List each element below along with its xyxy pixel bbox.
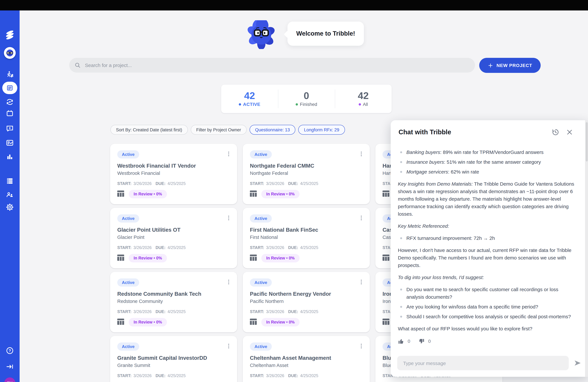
active-nav-pill — [2, 82, 17, 94]
sidebar-mascot-avatar[interactable] — [4, 47, 16, 59]
tribble-logo-icon[interactable] — [5, 30, 15, 40]
new-project-button[interactable]: NEW PROJECT — [479, 58, 541, 73]
project-card[interactable]: ActiveGlacier Point Utilities OTGlacier … — [110, 208, 237, 268]
chat-bullet-item: Do you want me to search for specific cu… — [398, 286, 576, 301]
project-card-footer: In Review • 0% — [250, 254, 363, 262]
filter-chip[interactable]: Longform RFx: 29 — [298, 125, 345, 135]
kebab-menu-button[interactable] — [358, 150, 365, 159]
start-label: START: — [250, 245, 264, 250]
kebab-icon — [226, 279, 231, 285]
project-card[interactable]: ActiveRedstone Community Bank TechRedsto… — [110, 272, 237, 332]
help-icon: ? — [5, 346, 14, 355]
chat-message-input[interactable] — [397, 356, 569, 370]
table-icon — [382, 255, 389, 262]
status-badge: Active — [250, 150, 272, 158]
tribble-mascot — [248, 20, 275, 49]
chat-scrollbar[interactable] — [585, 120, 588, 377]
project-dates: START:3/26/2026DUE:4/25/2025 — [250, 181, 363, 186]
project-dates: START:3/26/2026DUE:4/25/2025 — [117, 245, 230, 250]
sidebar-item-sync[interactable] — [5, 98, 14, 106]
project-title: First National Bank FinSec — [250, 227, 363, 233]
start-label: START: — [250, 374, 264, 378]
stat-segment-active[interactable]: 42ACTIVE — [221, 85, 278, 113]
project-card[interactable]: ActiveFirst National Bank FinSecFirst Na… — [243, 208, 370, 268]
chat-history-button[interactable] — [552, 128, 559, 136]
svg-text:?: ? — [9, 348, 11, 353]
project-dates: START:3/26/2026DUE:4/25/2025 — [250, 374, 363, 378]
project-title: Cheltenham Asset Management — [250, 355, 363, 361]
filter-chip[interactable]: Questionnaire: 13 — [250, 125, 295, 135]
progress-badge: In Review • 0% — [129, 318, 167, 326]
due-date: 4/25/2025 — [168, 181, 186, 186]
project-dates: START:3/26/2026DUE:4/25/2025 — [117, 181, 230, 186]
kebab-menu-button[interactable] — [358, 342, 365, 351]
sidebar-item-analytics[interactable] — [6, 153, 14, 161]
project-card[interactable]: ActivePacific Northern Energy VendorPaci… — [243, 272, 370, 332]
sidebar-item-onboarding[interactable] — [5, 71, 14, 79]
sidebar-item-chat[interactable] — [5, 124, 14, 133]
chat-paragraph: Key Metric Referenced: — [398, 222, 576, 230]
filter-row: Sort By: Created Date (latest first)Filt… — [110, 125, 345, 135]
thumbs-up-button[interactable] — [398, 338, 404, 344]
filter-chip[interactable]: Sort By: Created Date (latest first) — [110, 125, 188, 135]
chat-panel: Chat with Tribble Banking buyers: 89% wi… — [391, 120, 588, 377]
thumbs-down-button[interactable] — [419, 338, 425, 344]
thumbs-down-count: 0 — [428, 338, 431, 345]
chat-sparkle-icon — [5, 124, 14, 133]
stat-dot-icon — [239, 103, 241, 106]
progress-badge: In Review • 0% — [261, 254, 299, 262]
sidebar-user-avatar[interactable]: TK — [4, 377, 15, 382]
stat-segment-all[interactable]: 42All — [335, 85, 392, 113]
sidebar-item-settings[interactable] — [6, 203, 14, 211]
calendar-icon — [6, 109, 14, 117]
chat-close-button[interactable] — [566, 129, 573, 136]
sidebar-item-calendar[interactable] — [6, 109, 14, 117]
project-card[interactable]: ActiveNorthgate Federal CMMCNorthgate Fe… — [243, 144, 370, 204]
project-subtitle: Redstone Community — [117, 299, 230, 304]
kebab-menu-button[interactable] — [358, 214, 365, 223]
chat-input-row — [397, 356, 582, 370]
project-subtitle: Cheltenham Asset — [250, 363, 363, 368]
sidebar-item-users[interactable] — [5, 191, 14, 199]
project-card[interactable]: ActiveGranite Summit Capital InvestorDDG… — [110, 336, 237, 382]
stat-label: Finished — [296, 102, 317, 107]
scrollbar-thumb[interactable] — [586, 122, 588, 161]
status-badge: Active — [250, 278, 272, 287]
new-project-label: NEW PROJECT — [497, 63, 532, 68]
stat-label: All — [358, 102, 368, 107]
stat-dot-icon — [296, 103, 298, 106]
sidebar: ? TK — [0, 10, 20, 382]
project-card[interactable]: ActiveWestbrook Financial IT VendorWestb… — [110, 144, 237, 204]
sidebar-item-collapse[interactable] — [6, 362, 14, 371]
kebab-menu-button[interactable] — [225, 342, 232, 351]
sidebar-item-projects-active[interactable] — [2, 82, 17, 94]
send-button[interactable] — [574, 359, 582, 367]
top-bar — [0, 0, 588, 10]
start-date: 3/26/2026 — [266, 245, 284, 250]
kebab-menu-button[interactable] — [358, 278, 365, 287]
stat-segment-finished[interactable]: 0Finished — [278, 85, 335, 113]
sidebar-item-review[interactable] — [5, 139, 14, 147]
projects-list-icon — [6, 84, 13, 91]
start-label: START: — [117, 245, 131, 250]
kebab-menu-button[interactable] — [225, 214, 232, 223]
table-icon — [382, 190, 389, 198]
project-title: Pacific Northern Energy Vendor — [250, 291, 363, 297]
project-card-footer: In Review • 0% — [250, 190, 363, 198]
search-input[interactable] — [84, 62, 470, 68]
kebab-menu-button[interactable] — [225, 278, 232, 287]
sidebar-item-help[interactable]: ? — [5, 346, 14, 355]
kebab-menu-button[interactable] — [225, 150, 232, 159]
due-label: DUE: — [288, 374, 298, 378]
welcome-banner: Welcome to Tribble! — [248, 20, 364, 49]
project-card[interactable]: ActiveCheltenham Asset ManagementChelten… — [243, 336, 370, 382]
kebab-icon — [359, 151, 364, 157]
filter-chip[interactable]: Filter by Project Owner — [191, 125, 247, 135]
project-stats-card: 42ACTIVE0Finished42All — [221, 85, 392, 113]
sync-sparkle-icon — [5, 98, 14, 106]
chat-paragraph: What aspect of our RFP losses would you … — [398, 325, 576, 332]
chat-bullet-item: Mortgage servicers: 62% win rate — [398, 168, 576, 175]
sidebar-item-queue[interactable] — [5, 177, 14, 185]
thumbs-up-icon — [398, 338, 404, 344]
due-date: 4/25/2025 — [168, 309, 186, 314]
